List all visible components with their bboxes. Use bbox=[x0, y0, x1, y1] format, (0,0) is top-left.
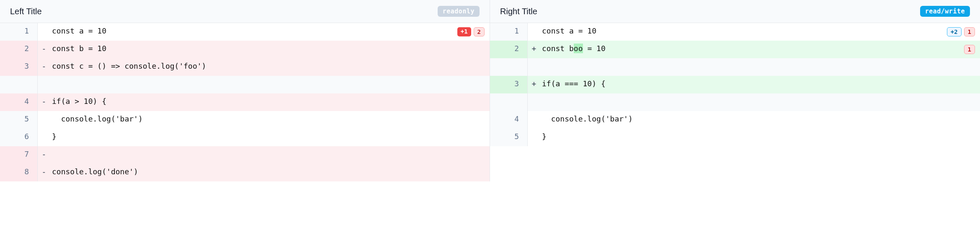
line-number: 2 bbox=[0, 41, 38, 58]
left-line[interactable]: 2-const b = 10 bbox=[0, 41, 490, 58]
left-line[interactable]: 1 const a = 10+12 bbox=[0, 23, 490, 41]
diff-marker bbox=[528, 58, 540, 76]
line-number: 6 bbox=[0, 129, 38, 146]
right-line[interactable] bbox=[490, 58, 980, 76]
right-pane-title: Right Title bbox=[500, 7, 537, 16]
code-content: const a = 10+21 bbox=[540, 23, 980, 41]
row-pills: +12 bbox=[457, 27, 485, 36]
left-lines: 1 const a = 10+122-const b = 103-const c… bbox=[0, 23, 490, 181]
left-line[interactable]: 8-console.log('done') bbox=[0, 164, 490, 181]
diff-marker bbox=[528, 23, 540, 41]
code-content bbox=[50, 146, 490, 164]
code-content: } bbox=[540, 129, 980, 146]
right-line[interactable]: 2+const boo = 101 bbox=[490, 41, 980, 58]
line-number: 7 bbox=[0, 146, 38, 164]
line-number bbox=[0, 76, 38, 93]
line-number: 2 bbox=[490, 41, 528, 58]
right-pane-header: Right Title read/write bbox=[490, 0, 980, 23]
diff-marker: + bbox=[528, 41, 540, 58]
pill[interactable]: +2 bbox=[947, 27, 962, 36]
right-pane: Right Title read/write 1 const a = 10+21… bbox=[490, 0, 980, 181]
diff-marker bbox=[528, 93, 540, 111]
line-number bbox=[490, 93, 528, 111]
line-number: 5 bbox=[490, 129, 528, 146]
left-line[interactable]: 5 console.log('bar') bbox=[0, 111, 490, 129]
diff-marker bbox=[528, 129, 540, 146]
code-content: } bbox=[50, 129, 490, 146]
right-line[interactable] bbox=[490, 93, 980, 111]
right-line[interactable]: 5 } bbox=[490, 129, 980, 146]
code-content: const b = 10 bbox=[50, 41, 490, 58]
code-content: if(a === 10) { bbox=[540, 76, 980, 93]
line-number: 4 bbox=[490, 111, 528, 129]
left-pane-header: Left Title readonly bbox=[0, 0, 490, 23]
diff-view: Left Title readonly 1 const a = 10+122-c… bbox=[0, 0, 980, 181]
code-content: const boo = 101 bbox=[540, 41, 980, 58]
diff-marker bbox=[38, 129, 50, 146]
right-lines: 1 const a = 10+212+const boo = 101 3+if(… bbox=[490, 23, 980, 146]
pill[interactable]: 1 bbox=[964, 45, 975, 54]
line-number: 1 bbox=[0, 23, 38, 41]
pill[interactable]: 1 bbox=[964, 27, 975, 36]
code-content bbox=[50, 76, 490, 93]
code-content bbox=[540, 93, 980, 111]
left-line[interactable]: 3-const c = () => console.log('foo') bbox=[0, 58, 490, 76]
right-line[interactable]: 1 const a = 10+21 bbox=[490, 23, 980, 41]
diff-marker: + bbox=[528, 76, 540, 93]
diff-marker: - bbox=[38, 58, 50, 76]
diff-marker bbox=[38, 111, 50, 129]
row-pills: +21 bbox=[947, 27, 975, 36]
readonly-badge: readonly bbox=[438, 6, 480, 17]
right-line[interactable]: 3+if(a === 10) { bbox=[490, 76, 980, 93]
diff-marker bbox=[38, 76, 50, 93]
code-content: console.log('bar') bbox=[540, 111, 980, 129]
line-number: 3 bbox=[490, 76, 528, 93]
code-content bbox=[540, 58, 980, 76]
diff-marker: - bbox=[38, 41, 50, 58]
code-content: if(a > 10) { bbox=[50, 93, 490, 111]
line-number: 8 bbox=[0, 164, 38, 181]
right-line[interactable]: 4 console.log('bar') bbox=[490, 111, 980, 129]
left-pane: Left Title readonly 1 const a = 10+122-c… bbox=[0, 0, 490, 181]
left-line[interactable]: 7- bbox=[0, 146, 490, 164]
pill[interactable]: 2 bbox=[474, 27, 485, 36]
line-number: 4 bbox=[0, 93, 38, 111]
line-number: 5 bbox=[0, 111, 38, 129]
code-content: const a = 10+12 bbox=[50, 23, 490, 41]
code-content: console.log('done') bbox=[50, 164, 490, 181]
left-pane-title: Left Title bbox=[10, 7, 42, 16]
line-number bbox=[490, 58, 528, 76]
line-number: 1 bbox=[490, 23, 528, 41]
diff-marker bbox=[528, 111, 540, 129]
code-content: const c = () => console.log('foo') bbox=[50, 58, 490, 76]
left-line[interactable] bbox=[0, 76, 490, 93]
code-content: console.log('bar') bbox=[50, 111, 490, 129]
line-number: 3 bbox=[0, 58, 38, 76]
pill[interactable]: +1 bbox=[457, 27, 471, 36]
left-line[interactable]: 4-if(a > 10) { bbox=[0, 93, 490, 111]
diff-marker bbox=[38, 23, 50, 41]
row-pills: 1 bbox=[964, 45, 975, 54]
readwrite-badge[interactable]: read/write bbox=[920, 6, 970, 17]
diff-marker: - bbox=[38, 164, 50, 181]
diff-marker: - bbox=[38, 146, 50, 164]
diff-marker: - bbox=[38, 93, 50, 111]
inline-add-highlight: oo bbox=[574, 44, 583, 53]
left-line[interactable]: 6 } bbox=[0, 129, 490, 146]
